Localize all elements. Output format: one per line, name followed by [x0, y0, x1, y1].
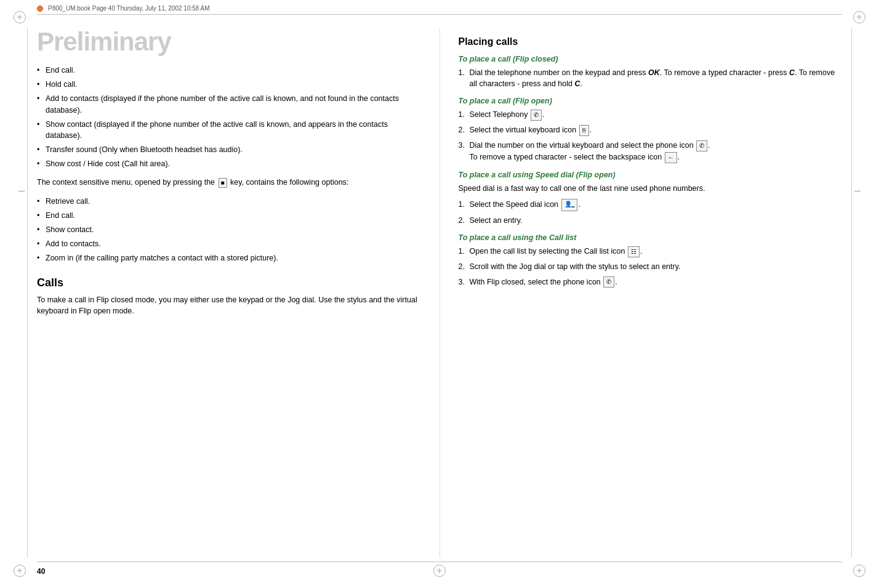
list-item: Add to contacts (displayed if the phone … — [37, 93, 421, 115]
right-column: Placing calls To place a call (Flip clos… — [440, 28, 843, 557]
list-item: Hold call. — [37, 79, 421, 90]
page-container: P800_UM.book Page 40 Thursday, July 11, … — [0, 0, 879, 588]
calls-section-heading: Calls — [37, 276, 421, 289]
content-area: Preliminary End call. Hold call. Add to … — [37, 28, 842, 557]
list-item: Show contact. — [37, 224, 421, 235]
list-item: 1. Open the call list by selecting the C… — [459, 246, 843, 257]
reg-mark-top-right — [853, 11, 865, 23]
virtual-keyboard-icon: ⎘ — [579, 125, 589, 137]
list-item: End call. — [37, 210, 421, 221]
side-tick-left-1 — [18, 191, 25, 191]
call-list-icon: ☷ — [628, 246, 640, 258]
subsection-flip-closed-heading: To place a call (Flip closed) — [459, 55, 843, 63]
step-num: 3. — [459, 276, 465, 288]
second-bullet-list: Retrieve call. End call. Show contact. A… — [37, 196, 421, 264]
reg-mark-bottom-center — [433, 565, 446, 577]
list-item: Retrieve call. — [37, 196, 421, 207]
step-num: 2. — [459, 215, 465, 226]
flip-closed-steps: 1. Dial the telephone number on the keyp… — [459, 67, 843, 89]
phone-icon: ✆ — [696, 140, 707, 152]
subsection-speed-dial-heading: To place a call using Speed dial (Flip o… — [459, 171, 843, 179]
list-item: 2. Scroll with the Jog dial or tap with … — [459, 261, 843, 272]
first-bullet-list: End call. Hold call. Add to contacts (di… — [37, 65, 421, 169]
subsection-call-list-heading: To place a call using the Call list — [459, 233, 843, 242]
side-tick-right-1 — [854, 191, 861, 191]
step-num: 1. — [459, 67, 465, 78]
speed-dial-steps: 1. Select the Speed dial icon 👤••. 2. Se… — [459, 199, 843, 226]
meta-text: P800_UM.book Page 40 Thursday, July 11, … — [48, 5, 210, 12]
speed-dial-intro: Speed dial is a fast way to call one of … — [459, 183, 843, 194]
list-item: 1. Select the Speed dial icon 👤••. — [459, 199, 843, 211]
ok-label: OK — [648, 68, 660, 77]
bottom-divider — [37, 562, 842, 562]
reg-mark-bottom-right — [853, 565, 865, 577]
list-item: 3. With Flip closed, select the phone ic… — [459, 276, 843, 288]
left-column: Preliminary End call. Hold call. Add to … — [37, 28, 440, 557]
list-item: 1. Dial the telephone number on the keyp… — [459, 67, 843, 89]
list-item: 1. Select Telephony ✆. — [459, 109, 843, 121]
step-num: 2. — [459, 124, 465, 135]
page-title: Preliminary — [37, 28, 421, 56]
list-item: End call. — [37, 65, 421, 76]
top-meta-bar: P800_UM.book Page 40 Thursday, July 11, … — [37, 5, 842, 15]
vert-rule-right — [851, 28, 852, 557]
context-para: The context sensitive menu, opened by pr… — [37, 177, 421, 188]
page-number: 40 — [37, 567, 45, 576]
step-num: 1. — [459, 246, 465, 257]
meta-dot-icon — [37, 6, 43, 12]
placing-calls-heading: Placing calls — [459, 36, 843, 47]
vert-rule-left — [27, 28, 28, 557]
step-num: 1. — [459, 109, 465, 120]
reg-mark-bottom-left — [14, 565, 26, 577]
call-list-steps: 1. Open the call list by selecting the C… — [459, 246, 843, 288]
step-num: 3. — [459, 140, 465, 151]
c-label: C — [789, 68, 795, 77]
list-item: 2. Select an entry. — [459, 215, 843, 226]
calls-para: To make a call in Flip closed mode, you … — [37, 294, 421, 318]
list-item: 2. Select the virtual keyboard icon ⎘. — [459, 124, 843, 136]
speed-dial-icon: 👤•• — [561, 199, 578, 211]
list-item: Zoom in (if the calling party matches a … — [37, 252, 421, 264]
telephony-icon: ✆ — [531, 110, 542, 121]
list-item: Show contact (displayed if the phone num… — [37, 119, 421, 141]
backspace-icon: ← — [665, 152, 677, 164]
c-hold-label: C — [574, 79, 580, 88]
step-num: 1. — [459, 199, 465, 210]
reg-mark-top-left — [14, 11, 26, 23]
list-item: Add to contacts. — [37, 238, 421, 249]
subsection-flip-open-heading: To place a call (Flip open) — [459, 97, 843, 105]
flip-open-steps: 1. Select Telephony ✆. 2. Select the vir… — [459, 109, 843, 163]
list-item: Transfer sound (Only when Bluetooth head… — [37, 144, 421, 155]
step-num: 2. — [459, 261, 465, 272]
phone-icon-2: ✆ — [603, 276, 614, 288]
list-item: Show cost / Hide cost (Call hit area). — [37, 158, 421, 169]
list-item: 3. Dial the number on the virtual keyboa… — [459, 140, 843, 163]
menu-key-icon: ■ — [219, 178, 227, 188]
